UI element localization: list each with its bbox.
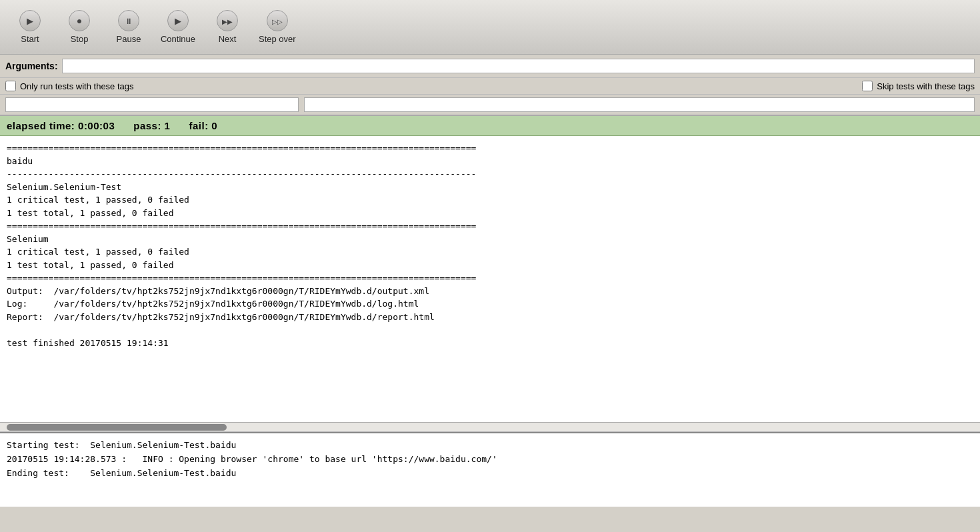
skip-label: Skip tests with these tags: [877, 81, 975, 91]
tags-inputs-row: [0, 95, 980, 116]
horizontal-scrollbar[interactable]: [0, 423, 980, 432]
only-run-checkbox[interactable]: [5, 81, 16, 91]
next-icon: [217, 10, 238, 31]
skip-checkbox[interactable]: [862, 81, 873, 91]
pause-button[interactable]: Pause: [105, 7, 152, 47]
start-label: Start: [21, 34, 39, 44]
arguments-input[interactable]: [62, 59, 975, 73]
output-text: ========================================…: [7, 141, 973, 349]
log-area[interactable]: Starting test: Selenium.Selenium-Test.ba…: [0, 433, 980, 507]
pause-icon: [118, 10, 139, 31]
next-label: Next: [219, 34, 237, 44]
elapsed-time: elapsed time: 0:00:03: [7, 120, 115, 131]
stop-label: Stop: [71, 34, 89, 44]
output-area[interactable]: ========================================…: [0, 136, 980, 423]
stepover-label: Step over: [259, 34, 296, 44]
continue-button[interactable]: Continue: [155, 7, 201, 47]
arguments-row: Arguments:: [0, 55, 980, 78]
fail-count: fail: 0: [189, 120, 217, 131]
skip-section: Skip tests with these tags: [493, 81, 975, 91]
start-button[interactable]: Start: [7, 7, 53, 47]
only-run-label: Only run tests with these tags: [20, 81, 134, 91]
status-bar: elapsed time: 0:00:03 pass: 1 fail: 0: [0, 116, 980, 136]
stepover-icon: [267, 10, 288, 31]
toolbar: Start Stop Pause Continue Next Step over: [0, 0, 980, 55]
pause-label: Pause: [117, 34, 141, 44]
only-run-checkbox-wrapper[interactable]: Only run tests with these tags: [5, 81, 134, 91]
continue-label: Continue: [161, 34, 195, 44]
start-icon: [19, 10, 41, 31]
next-button[interactable]: Next: [204, 7, 251, 47]
skip-tags-input[interactable]: [304, 97, 975, 112]
tags-row: Only run tests with these tags Skip test…: [0, 78, 980, 95]
stop-button[interactable]: Stop: [56, 7, 103, 47]
skip-checkbox-wrapper[interactable]: Skip tests with these tags: [862, 81, 975, 91]
pass-count: pass: 1: [133, 120, 170, 131]
arguments-label: Arguments:: [5, 61, 58, 71]
stepover-button[interactable]: Step over: [253, 7, 301, 47]
only-run-tags-input[interactable]: [5, 97, 299, 112]
scrollbar-thumb[interactable]: [7, 424, 227, 431]
log-text: Starting test: Selenium.Selenium-Test.ba…: [7, 439, 973, 480]
continue-icon: [167, 10, 189, 31]
only-run-section: Only run tests with these tags: [5, 81, 487, 91]
stop-icon: [69, 10, 90, 31]
